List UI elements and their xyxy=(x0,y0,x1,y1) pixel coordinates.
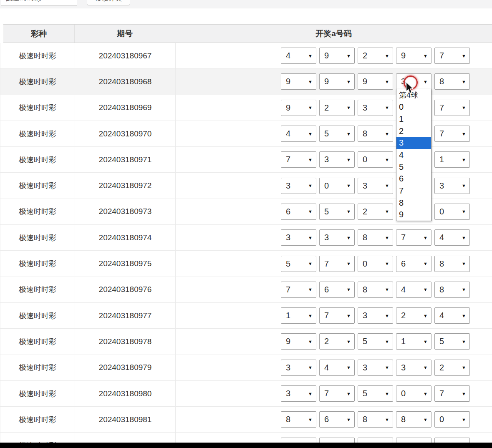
number-select[interactable]: 7▼ xyxy=(434,126,470,142)
dropdown-option[interactable]: 0 xyxy=(396,101,431,113)
number-select[interactable]: 8▼ xyxy=(434,73,470,90)
number-select[interactable]: 5▼ xyxy=(358,333,393,350)
number-select[interactable]: 2▼ xyxy=(319,100,355,116)
period-cell: 202403180973 xyxy=(75,199,176,224)
number-select[interactable]: 8▼ xyxy=(396,411,431,428)
number-select[interactable]: 5▼ xyxy=(358,385,393,402)
number-select[interactable]: 8▼ xyxy=(358,126,393,142)
number-select[interactable]: 3▼ xyxy=(281,178,316,194)
number-select[interactable]: 3▼ xyxy=(358,360,393,376)
number-select[interactable]: 3▼ xyxy=(358,100,393,116)
number-select[interactable]: 3▼ xyxy=(319,229,355,246)
number-select[interactable]: 9▼ xyxy=(319,73,355,90)
number-select[interactable]: 7▼ xyxy=(434,385,470,402)
ball4-dropdown-list[interactable]: 第4球0123456789 xyxy=(396,89,431,221)
number-select[interactable]: 4▼ xyxy=(281,48,316,64)
number-select[interactable]: 2▼ xyxy=(319,333,355,350)
number-select-value: 7 xyxy=(324,389,329,398)
select-arrow-icon: ▼ xyxy=(308,287,313,292)
number-select-value: 9 xyxy=(363,77,367,86)
number-select-value: 6 xyxy=(324,285,329,294)
dropdown-option-selected[interactable]: 3 xyxy=(396,137,431,149)
number-select[interactable]: 7▼ xyxy=(396,229,431,246)
select-arrow-icon: ▼ xyxy=(462,183,466,188)
select-arrow-icon: ▼ xyxy=(385,261,389,266)
number-select[interactable]: 2▼ xyxy=(358,204,393,220)
number-select[interactable]: 7▼ xyxy=(434,100,470,116)
dropdown-option[interactable]: 7 xyxy=(396,185,431,197)
number-select[interactable]: 6▼ xyxy=(396,256,431,272)
number-select[interactable]: 6▼ xyxy=(281,204,316,220)
number-select[interactable]: 4▼ xyxy=(396,282,431,298)
lottery-type-select[interactable]: 极速时时彩 ▾ xyxy=(1,0,77,6)
number-select[interactable]: 6▼ xyxy=(319,282,355,298)
number-select[interactable]: 7▼ xyxy=(319,385,355,402)
number-select[interactable]: 0▼ xyxy=(434,411,470,428)
dropdown-option[interactable]: 8 xyxy=(396,197,431,209)
number-select[interactable]: 3▼ xyxy=(281,385,316,402)
number-select[interactable]: 7▼ xyxy=(319,307,355,324)
number-select[interactable]: 8▼ xyxy=(358,411,393,428)
number-select[interactable]: 9▼ xyxy=(281,100,316,116)
number-select[interactable]: 9▼ xyxy=(396,48,431,64)
number-select[interactable]: 3▼ xyxy=(319,151,355,168)
number-select[interactable]: 8▼ xyxy=(358,229,393,246)
number-select[interactable]: 3▼ xyxy=(358,178,393,194)
number-select[interactable]: 7▼ xyxy=(281,282,316,298)
number-select[interactable]: 8▼ xyxy=(434,282,470,298)
number-select[interactable]: 4▼ xyxy=(319,360,355,376)
number-select[interactable]: 3▼ xyxy=(281,360,316,376)
dropdown-option[interactable]: 4 xyxy=(396,149,431,161)
dropdown-option[interactable]: 5 xyxy=(396,161,431,173)
number-select[interactable]: 2▼ xyxy=(396,307,431,324)
number-select[interactable]: 4▼ xyxy=(434,307,470,324)
number-select[interactable]: 8▼ xyxy=(281,411,316,428)
number-select[interactable]: 9▼ xyxy=(281,333,316,350)
modify-draw-button[interactable]: 修改开奖 xyxy=(87,0,130,5)
number-select[interactable]: 9▼ xyxy=(281,73,316,90)
number-select[interactable]: 7▼ xyxy=(281,151,316,168)
table-row: 极速时时彩2024031809755▼7▼0▼6▼8▼ xyxy=(0,251,492,277)
period-cell: 202403180977 xyxy=(75,303,176,328)
number-select[interactable]: 7▼ xyxy=(434,48,470,64)
number-select-value: 6 xyxy=(401,259,406,269)
number-select[interactable]: 4▼ xyxy=(281,126,316,142)
select-arrow-icon: ▼ xyxy=(346,339,351,344)
number-select[interactable]: 3▼ xyxy=(281,229,316,246)
number-select[interactable]: 7▼ xyxy=(319,256,355,272)
number-select[interactable]: 0▼ xyxy=(358,256,393,272)
number-select[interactable]: 3▼ xyxy=(358,307,393,324)
dropdown-option[interactable]: 2 xyxy=(396,125,431,137)
number-select[interactable]: 5▼ xyxy=(319,204,355,220)
number-select[interactable]: 8▼ xyxy=(358,282,393,298)
number-select[interactable]: 9▼ xyxy=(358,73,393,90)
number-select[interactable]: 3▼ xyxy=(434,178,470,194)
number-select-value: 1 xyxy=(401,337,406,346)
number-select[interactable]: 0▼ xyxy=(434,204,470,220)
number-select[interactable]: 0▼ xyxy=(358,151,393,168)
number-select[interactable]: 0▼ xyxy=(396,385,431,402)
number-select[interactable]: 6▼ xyxy=(319,411,355,428)
number-select[interactable]: 1▼ xyxy=(396,333,431,350)
number-select[interactable]: 1▼ xyxy=(281,307,316,324)
number-select[interactable]: 8▼ xyxy=(434,256,470,272)
dropdown-option[interactable]: 6 xyxy=(396,173,431,185)
dropdown-option[interactable]: 1 xyxy=(396,113,431,125)
number-select-value: 8 xyxy=(401,415,406,424)
number-select[interactable]: 0▼ xyxy=(319,178,355,194)
number-select[interactable]: 5▼ xyxy=(434,333,470,350)
select-arrow-icon: ▼ xyxy=(346,209,351,214)
number-select[interactable]: 5▼ xyxy=(281,256,316,272)
number-select[interactable]: 2▼ xyxy=(434,360,470,376)
select-arrow-icon: ▼ xyxy=(385,235,389,240)
number-select[interactable]: 9▼ xyxy=(319,48,355,64)
number-select-value: 8 xyxy=(286,415,290,424)
number-select[interactable]: 4▼ xyxy=(434,229,470,246)
number-select[interactable]: 5▼ xyxy=(319,126,355,142)
number-select[interactable]: 2▼ xyxy=(358,48,393,64)
number-select[interactable]: 1▼ xyxy=(434,151,470,168)
select-arrow-icon: ▼ xyxy=(308,365,313,370)
dropdown-option[interactable]: 9 xyxy=(396,209,431,221)
number-select-value: 3 xyxy=(363,181,367,191)
number-select[interactable]: 3▼ xyxy=(396,360,431,376)
